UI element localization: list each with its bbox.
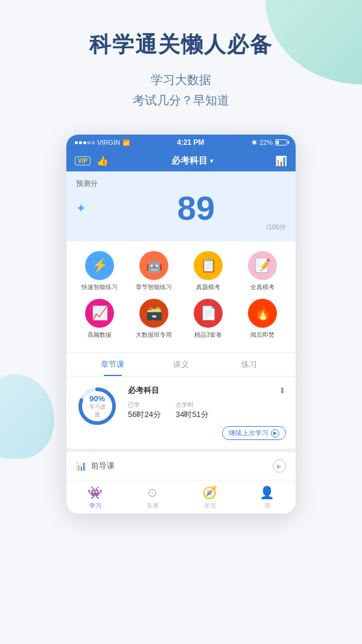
nav-title-text: 必考科目	[171, 155, 208, 167]
discover-icon: 🧭	[202, 485, 217, 500]
tab-handout[interactable]: 讲义	[147, 353, 215, 376]
icon-label-quick: 快速智能练习	[81, 283, 118, 292]
bottom-nav: 👾 学习 ⊙ 直播 🧭 发现 👤 我	[66, 480, 296, 514]
icon-label-papers: 精品3套卷	[194, 331, 222, 339]
signal-dot-2	[79, 141, 82, 144]
live-icon: ⊙	[147, 485, 157, 500]
icon-circle-quick: ⚡	[85, 251, 114, 280]
icon-quick-practice[interactable]: ⚡ 快速智能练习	[78, 251, 121, 292]
circle-pct: 90%	[87, 394, 108, 403]
chart-icon[interactable]: 📊	[275, 155, 287, 167]
bottom-nav-study[interactable]: 👾 学习	[66, 485, 124, 510]
stat-total-value: 34时51分	[176, 409, 209, 420]
pre-lesson-section[interactable]: 📊 前导课 ▶	[66, 448, 296, 480]
icon-burn-after[interactable]: 🔥 阅后即焚	[241, 299, 284, 339]
app-nav-bar: VIP 👍 必考科目 ▾ 📊	[66, 150, 296, 171]
battery-pct: 22%	[259, 139, 273, 146]
progress-title: 必考科目	[128, 385, 159, 396]
icon-circle-burn: 🔥	[248, 299, 277, 328]
icons-section: ⚡ 快速智能练习 🤖 章节智能练习 📋 真题模考 📝 全真模考 📈 高频数据	[66, 241, 296, 352]
tabs-section: 章节课 讲义 练习	[66, 352, 296, 377]
sub-title-line2: 考试几分？早知道	[0, 90, 362, 110]
icon-circle-real: 📋	[194, 251, 223, 280]
signal-dot-4	[87, 141, 91, 144]
tab-practice[interactable]: 练习	[215, 353, 284, 376]
bottom-nav-live[interactable]: ⊙ 直播	[124, 485, 181, 510]
circle-sublabel: 学习进度	[87, 403, 108, 419]
stat-learned-value: 56时24分	[128, 409, 161, 420]
phone-mockup: VIRGIN 📶 4:21 PM ✱ 22% VIP 👍 必考科目 ▾ 📊 预测…	[66, 135, 296, 514]
pre-lesson-chart-icon: 📊	[76, 461, 86, 471]
download-icon[interactable]: ⬇	[279, 386, 286, 395]
stat-total-label: 总学时	[176, 401, 209, 409]
icon-premium-papers[interactable]: 📄 精品3套卷	[187, 299, 229, 339]
icon-real-exam[interactable]: 📋 真题模考	[187, 251, 229, 292]
nav-title: 必考科目 ▾	[171, 155, 213, 167]
status-right: ✱ 22%	[252, 139, 287, 147]
sub-title: 学习大数据 考试几分？早知道	[0, 69, 362, 110]
continue-button[interactable]: 继续上次学习 ▶	[222, 426, 286, 440]
icon-bigdata-class[interactable]: 🗃️ 大数据班专用	[133, 299, 175, 339]
icon-circle-full: 📝	[248, 251, 277, 280]
like-icon[interactable]: 👍	[97, 155, 109, 167]
pre-lesson-left: 📊 前导课	[76, 461, 115, 471]
circle-label: 90% 学习进度	[87, 394, 108, 419]
bottom-nav-me[interactable]: 👤 我	[238, 485, 296, 510]
score-number: 89	[106, 191, 286, 225]
status-left: VIRGIN 📶	[75, 139, 130, 146]
study-label: 学习	[89, 502, 101, 510]
play-circle-icon[interactable]: ▶	[273, 459, 286, 473]
stat-total: 总学时 34时51分	[176, 401, 209, 420]
icon-chapter-practice[interactable]: 🤖 章节智能练习	[133, 251, 175, 292]
icon-label-bigdata: 大数据班专用	[136, 331, 172, 339]
score-label: 预测分	[76, 179, 286, 189]
sub-title-line1: 学习大数据	[0, 69, 362, 90]
icon-circle-chapter: 🤖	[139, 251, 168, 280]
study-icon: 👾	[87, 485, 103, 500]
discover-label: 发现	[204, 502, 216, 510]
wifi-icon: 📶	[122, 139, 130, 146]
bottom-nav-discover[interactable]: 🧭 发现	[181, 485, 238, 510]
battery-fill	[276, 141, 279, 144]
icon-label-burn: 阅后即焚	[250, 331, 275, 339]
icon-circle-papers: 📄	[194, 299, 223, 328]
carrier-label: VIRGIN	[97, 139, 120, 146]
tabs-header: 章节课 讲义 练习	[66, 353, 296, 377]
icon-full-exam[interactable]: 📝 全真模考	[241, 251, 284, 292]
signal-dots	[75, 141, 95, 144]
icon-label-real: 真题模考	[196, 283, 220, 292]
progress-section: 90% 学习进度 必考科目 ⬇ 已学 56时24分 总学时 34时51分	[66, 377, 296, 448]
chevron-down-icon[interactable]: ▾	[210, 158, 213, 164]
signal-dot-3	[83, 141, 86, 144]
signal-dot-5	[92, 141, 95, 144]
icon-circle-bigdata: 🗃️	[139, 299, 168, 328]
icon-high-freq[interactable]: 📈 高频数据	[78, 299, 121, 339]
icon-label-highfreq: 高频数据	[87, 331, 112, 339]
score-display: ✦ 89	[76, 191, 286, 225]
play-circle-small-icon: ▶	[271, 429, 279, 438]
progress-title-row: 必考科目 ⬇	[128, 385, 286, 396]
nav-left: VIP 👍	[75, 155, 109, 167]
status-bar: VIRGIN 📶 4:21 PM ✱ 22%	[66, 135, 296, 150]
bg-decoration-left-mid	[0, 374, 54, 459]
stats-row: 已学 56时24分 总学时 34时51分	[128, 401, 286, 420]
icon-circle-highfreq: 📈	[85, 299, 114, 328]
vip-badge[interactable]: VIP	[75, 156, 91, 165]
icon-label-chapter: 章节智能练习	[136, 283, 172, 292]
live-label: 直播	[147, 502, 159, 510]
icons-row-1: ⚡ 快速智能练习 🤖 章节智能练习 📋 真题模考 📝 全真模考	[72, 251, 290, 292]
stat-learned-label: 已学	[128, 401, 161, 409]
icon-label-full: 全真模考	[250, 283, 275, 292]
circle-progress: 90% 学习进度	[76, 385, 118, 427]
tab-chapter-course[interactable]: 章节课	[78, 353, 147, 376]
battery-icon	[275, 139, 287, 145]
continue-btn-label: 继续上次学习	[229, 429, 268, 438]
bluetooth-icon: ✱	[252, 139, 257, 147]
me-icon: 👤	[259, 485, 275, 500]
status-time: 4:21 PM	[177, 138, 204, 147]
pre-lesson-label: 前导课	[91, 461, 115, 471]
icons-row-2: 📈 高频数据 🗃️ 大数据班专用 📄 精品3套卷 🔥 阅后即焚	[72, 299, 290, 339]
progress-info: 必考科目 ⬇ 已学 56时24分 总学时 34时51分 继续上次学习 ▶	[128, 385, 286, 440]
signal-dot-1	[75, 141, 78, 144]
me-label: 我	[264, 502, 270, 510]
